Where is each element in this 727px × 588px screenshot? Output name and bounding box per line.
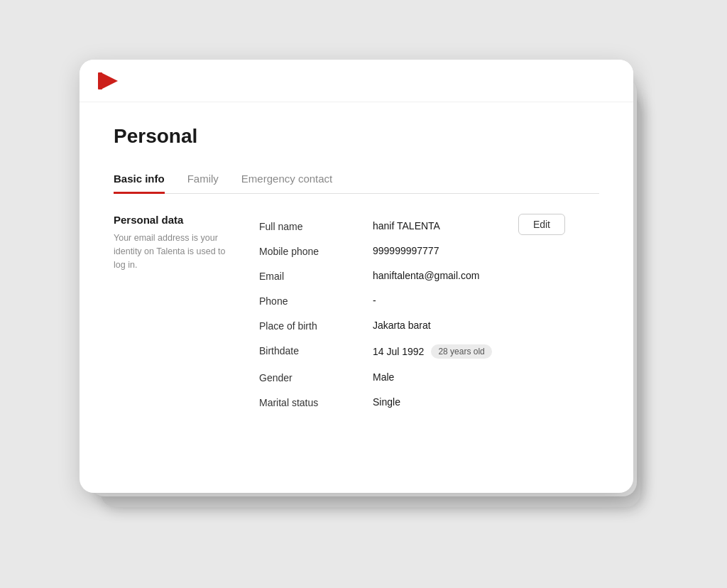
table-row: Phone -: [259, 288, 599, 313]
section-description: Your email address is your identity on T…: [114, 232, 231, 271]
page-title: Personal: [114, 125, 599, 148]
tabs-bar: Basic info Family Emergency contact: [114, 165, 599, 194]
table-row: Email haniftalenta@gmail.com: [259, 263, 599, 288]
tab-family[interactable]: Family: [187, 165, 219, 194]
field-value-phone: -: [373, 295, 599, 306]
table-row: Marital status Single: [259, 390, 599, 415]
field-value-placeofbirth: Jakarta barat: [373, 320, 599, 331]
data-section: Edit Full name hanif TALENTA Mobile phon…: [245, 214, 599, 415]
field-label-mobile: Mobile phone: [259, 245, 373, 257]
sidebar-info: Personal data Your email address is your…: [114, 214, 245, 415]
field-value-gender: Male: [373, 371, 599, 383]
field-label-fullname: Full name: [259, 220, 373, 232]
field-value-mobile: 999999997777: [373, 245, 599, 256]
edit-button[interactable]: Edit: [518, 214, 565, 235]
field-label-email: Email: [259, 270, 373, 282]
logo-icon: [97, 68, 122, 94]
scene: Personal Basic info Family Emergency con…: [72, 53, 655, 535]
field-label-phone: Phone: [259, 295, 373, 307]
field-value-fullname: hanif TALENTA: [373, 220, 599, 232]
field-value-email: haniftalenta@gmail.com: [373, 270, 599, 281]
table-row: Gender Male: [259, 365, 599, 390]
field-label-placeofbirth: Place of birth: [259, 320, 373, 332]
section-title: Personal data: [114, 214, 231, 226]
birthdate-text: 14 Jul 1992: [373, 346, 424, 357]
table-row: Birthdate 14 Jul 1992 28 years old: [259, 338, 599, 365]
svg-rect-1: [98, 72, 102, 89]
field-label-maritalstatus: Marital status: [259, 396, 373, 408]
field-label-birthdate: Birthdate: [259, 344, 373, 356]
main-card: Personal Basic info Family Emergency con…: [80, 60, 633, 493]
table-row: Mobile phone 999999997777: [259, 239, 599, 263]
svg-marker-0: [101, 72, 118, 89]
tab-emergency-contact[interactable]: Emergency contact: [241, 165, 332, 194]
body-layout: Personal data Your email address is your…: [114, 214, 599, 415]
field-value-maritalstatus: Single: [373, 396, 599, 408]
field-label-gender: Gender: [259, 371, 373, 383]
age-badge: 28 years old: [431, 344, 491, 359]
tab-basic-info[interactable]: Basic info: [114, 165, 165, 194]
table-row: Place of birth Jakarta barat: [259, 313, 599, 338]
data-table: Full name hanif TALENTA Mobile phone 999…: [259, 214, 599, 415]
field-value-birthdate: 14 Jul 1992 28 years old: [373, 344, 599, 359]
content: Personal Basic info Family Emergency con…: [80, 102, 633, 437]
header: [80, 60, 633, 102]
